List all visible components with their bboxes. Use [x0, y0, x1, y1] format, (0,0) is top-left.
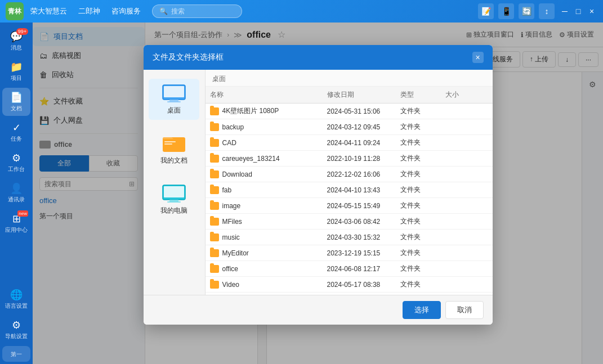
maximize-btn[interactable]: □: [573, 6, 584, 17]
refresh-icon-btn[interactable]: 🔄: [519, 3, 534, 19]
col-size: 大小: [445, 90, 479, 100]
table-row[interactable]: image 2024-05-15 15:49 文件夹: [206, 198, 493, 214]
table-row[interactable]: MyEditor 2023-12-19 15:15 文件夹: [206, 245, 493, 261]
titlebar-actions: 📝 📱 🔄 ↕: [478, 3, 555, 19]
sidebar-item-task[interactable]: ✓ 任务: [2, 118, 30, 146]
titlebar-search-input[interactable]: [171, 7, 239, 15]
sidebar-item-language[interactable]: 🌐 语言设置: [2, 285, 30, 313]
folder-icon: [210, 107, 219, 115]
location-my-computer[interactable]: 我的电脑: [149, 179, 199, 220]
table-row[interactable]: backup 2024-03-12 09:45 文件夹: [206, 119, 493, 135]
file-name-text: office: [222, 265, 238, 273]
table-row[interactable]: MFiles 2024-03-06 08:42 文件夹: [206, 214, 493, 230]
file-name-text: Video: [222, 281, 239, 289]
file-name-cell: backup: [210, 123, 327, 131]
file-type: 文件夹: [400, 138, 445, 147]
file-name-cell: MyEditor: [210, 249, 327, 257]
table-row[interactable]: 万能格式工厂 2024-05-21 17:33 文件夹: [206, 293, 493, 295]
language-label: 语言设置: [5, 302, 28, 310]
icon-nav: 💬 消息 99+ 📁 项目 📄 文档 ✓ 任务 ⚙ 工作台 👤 通讯录 ⊞ 应用…: [0, 23, 33, 364]
nav-consulting[interactable]: 咨询服务: [111, 6, 141, 16]
modal-header: 文件及文件夹选择框 ×: [144, 45, 493, 70]
tablet-icon-btn[interactable]: 📱: [498, 3, 514, 19]
location-desktop[interactable]: 桌面: [149, 79, 199, 120]
my-computer-icon: [160, 183, 187, 204]
file-date: 2024-03-12 09:45: [327, 123, 400, 131]
modal-overlay[interactable]: 文件及文件夹选择框 × 桌面: [33, 23, 603, 364]
titlebar-nav: 荣大智慧云 二郎神 咨询服务: [30, 6, 141, 16]
file-name-cell: MFiles: [210, 218, 327, 226]
sidebar-item-workbench[interactable]: ⚙ 工作台: [2, 149, 30, 177]
message-badge: 99+: [16, 28, 28, 35]
document-icon: 📄: [10, 91, 23, 104]
nav-erlang[interactable]: 二郎神: [78, 6, 100, 16]
sidebar-item-project[interactable]: 📁 项目: [2, 57, 30, 86]
cancel-btn[interactable]: 取消: [445, 301, 484, 319]
modal-close-btn[interactable]: ×: [472, 52, 484, 63]
file-name-text: 4K壁纸图片 1080P: [222, 106, 279, 116]
close-btn[interactable]: ×: [586, 6, 597, 17]
file-name-text: CAD: [222, 139, 236, 147]
folder-icon: [210, 139, 219, 147]
table-row[interactable]: Video 2024-05-17 08:38 文件夹: [206, 277, 493, 293]
file-name-cell: careueyes_183214: [210, 155, 327, 163]
folder-icon: [210, 265, 219, 273]
file-type: 文件夹: [400, 217, 445, 226]
my-computer-label: 我的电脑: [160, 206, 187, 215]
table-row[interactable]: 4K壁纸图片 1080P 2024-05-31 15:06 文件夹: [206, 104, 493, 119]
desktop-icon: [160, 83, 187, 104]
sidebar-item-nav-settings[interactable]: ⚙ 导航设置: [2, 316, 30, 344]
document-label: 文档: [11, 105, 22, 113]
app-logo: 青林: [6, 2, 24, 20]
file-rows: 4K壁纸图片 1080P 2024-05-31 15:06 文件夹 backup…: [206, 104, 493, 295]
select-btn[interactable]: 选择: [403, 301, 441, 319]
file-picker-modal: 文件及文件夹选择框 × 桌面: [144, 45, 493, 325]
my-docs-icon: [160, 133, 187, 154]
sidebar-item-app-center[interactable]: ⊞ 应用中心 new: [2, 209, 30, 237]
sidebar-item-contacts[interactable]: 👤 通讯录: [2, 179, 30, 207]
table-row[interactable]: careueyes_183214 2022-10-19 11:28 文件夹: [206, 151, 493, 167]
file-date: 2024-05-17 08:38: [327, 281, 400, 289]
minimize-btn[interactable]: ─: [559, 6, 570, 17]
file-type: 文件夹: [400, 122, 445, 132]
titlebar: 青林 荣大智慧云 二郎神 咨询服务 🔍 📝 📱 🔄 ↕ ─ □ ×: [0, 0, 603, 23]
svg-rect-7: [164, 143, 172, 145]
file-table-header: 名称 修改日期 类型 大小: [206, 87, 493, 104]
file-name-cell: Download: [210, 170, 327, 178]
nav-rongda[interactable]: 荣大智慧云: [30, 6, 67, 16]
sync-icon-btn[interactable]: ↕: [539, 3, 555, 19]
sidebar-item-message[interactable]: 💬 消息 99+: [2, 27, 30, 55]
nav-settings-label: 导航设置: [5, 332, 28, 340]
task-icon: ✓: [12, 122, 21, 134]
folder-icon: [210, 186, 219, 194]
file-name-cell: image: [210, 202, 327, 210]
modal-footer: 选择 取消: [144, 295, 493, 325]
my-docs-label: 我的文档: [160, 156, 187, 165]
location-title: 桌面: [206, 70, 493, 87]
table-row[interactable]: Download 2022-12-02 16:06 文件夹: [206, 167, 493, 182]
file-name-cell: CAD: [210, 139, 327, 147]
file-name-cell: fab: [210, 186, 327, 194]
sidebar-item-document[interactable]: 📄 文档: [2, 88, 30, 116]
modal-locations: 桌面 我的文档: [144, 70, 206, 295]
location-my-docs[interactable]: 我的文档: [149, 129, 199, 170]
workbench-icon: ⚙: [12, 152, 21, 164]
file-type: 文件夹: [400, 264, 445, 273]
svg-rect-10: [169, 200, 178, 201]
col-date: 修改日期: [327, 90, 400, 100]
svg-rect-3: [167, 101, 181, 102]
file-name-cell: music: [210, 233, 327, 241]
file-date: 2024-06-08 12:17: [327, 265, 400, 273]
file-table[interactable]: 名称 修改日期 类型 大小 4K壁纸图片 1080P 2024-05-31 15…: [206, 87, 493, 295]
note-icon-btn[interactable]: 📝: [478, 3, 494, 19]
table-row[interactable]: CAD 2024-04-11 09:24 文件夹: [206, 135, 493, 151]
table-row[interactable]: fab 2024-04-10 13:43 文件夹: [206, 182, 493, 198]
nav-settings-icon: ⚙: [12, 319, 21, 331]
search-icon: 🔍: [159, 7, 168, 15]
sidebar-item-first[interactable]: 第一: [2, 346, 30, 362]
table-row[interactable]: music 2024-03-30 15:32 文件夹: [206, 230, 493, 245]
folder-icon: [210, 123, 219, 131]
app-center-label: 应用中心: [5, 226, 28, 234]
table-row[interactable]: office 2024-06-08 12:17 文件夹: [206, 261, 493, 277]
modal-body: 桌面 我的文档: [144, 70, 493, 295]
